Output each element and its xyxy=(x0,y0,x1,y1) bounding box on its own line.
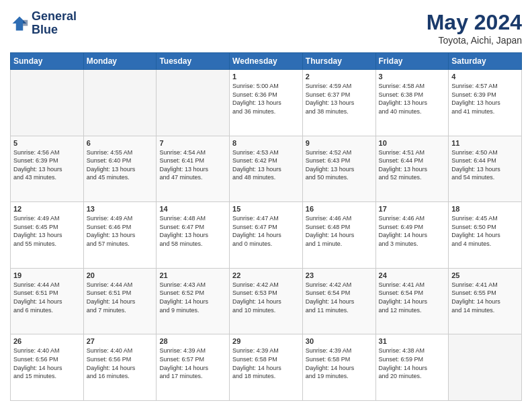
day-number: 4 xyxy=(451,73,519,81)
logo-text: General Blue xyxy=(32,10,77,37)
calendar-cell: 23Sunrise: 4:42 AM Sunset: 6:54 PM Dayli… xyxy=(302,268,375,334)
day-number: 21 xyxy=(159,271,226,279)
calendar-cell: 19Sunrise: 4:44 AM Sunset: 6:51 PM Dayli… xyxy=(11,268,84,334)
day-info: Sunrise: 4:40 AM Sunset: 6:56 PM Dayligh… xyxy=(87,347,154,380)
day-number: 9 xyxy=(306,139,373,147)
column-header-friday: Friday xyxy=(375,53,449,70)
day-number: 14 xyxy=(159,205,226,213)
day-number: 22 xyxy=(232,271,300,279)
calendar-cell: 2Sunrise: 4:59 AM Sunset: 6:37 PM Daylig… xyxy=(302,70,375,136)
day-info: Sunrise: 4:53 AM Sunset: 6:42 PM Dayligh… xyxy=(232,148,300,182)
day-number: 7 xyxy=(159,139,226,147)
svg-marker-1 xyxy=(23,20,28,26)
column-header-thursday: Thursday xyxy=(302,53,375,70)
day-info: Sunrise: 4:48 AM Sunset: 6:47 PM Dayligh… xyxy=(159,214,226,248)
week-row-1: 1Sunrise: 5:00 AM Sunset: 6:36 PM Daylig… xyxy=(11,70,522,136)
day-number: 13 xyxy=(87,205,154,213)
day-number: 5 xyxy=(13,139,81,147)
day-number: 19 xyxy=(13,271,81,279)
calendar-cell: 4Sunrise: 4:57 AM Sunset: 6:39 PM Daylig… xyxy=(449,70,522,136)
day-info: Sunrise: 4:56 AM Sunset: 6:39 PM Dayligh… xyxy=(13,148,81,182)
day-info: Sunrise: 4:57 AM Sunset: 6:39 PM Dayligh… xyxy=(451,82,519,116)
calendar-cell: 8Sunrise: 4:53 AM Sunset: 6:42 PM Daylig… xyxy=(230,136,303,202)
column-header-sunday: Sunday xyxy=(11,53,84,70)
day-number: 23 xyxy=(306,271,373,279)
day-number: 27 xyxy=(87,337,154,345)
day-number: 25 xyxy=(451,271,519,279)
day-number: 17 xyxy=(379,205,446,213)
calendar-cell: 3Sunrise: 4:58 AM Sunset: 6:38 PM Daylig… xyxy=(375,70,449,136)
calendar-cell: 28Sunrise: 4:39 AM Sunset: 6:57 PM Dayli… xyxy=(157,334,230,401)
calendar-cell: 31Sunrise: 4:38 AM Sunset: 6:59 PM Dayli… xyxy=(375,334,449,401)
calendar-cell: 30Sunrise: 4:39 AM Sunset: 6:58 PM Dayli… xyxy=(302,334,375,401)
calendar-cell: 25Sunrise: 4:41 AM Sunset: 6:55 PM Dayli… xyxy=(449,268,522,334)
calendar-cell: 13Sunrise: 4:49 AM Sunset: 6:46 PM Dayli… xyxy=(83,202,157,269)
day-info: Sunrise: 4:46 AM Sunset: 6:48 PM Dayligh… xyxy=(306,214,373,248)
day-number: 10 xyxy=(379,139,446,147)
day-info: Sunrise: 5:00 AM Sunset: 6:36 PM Dayligh… xyxy=(232,82,300,116)
calendar-cell: 26Sunrise: 4:40 AM Sunset: 6:56 PM Dayli… xyxy=(11,334,84,401)
calendar-cell: 15Sunrise: 4:47 AM Sunset: 6:47 PM Dayli… xyxy=(230,202,303,269)
day-info: Sunrise: 4:50 AM Sunset: 6:44 PM Dayligh… xyxy=(451,148,519,182)
day-info: Sunrise: 4:45 AM Sunset: 6:50 PM Dayligh… xyxy=(451,214,519,248)
day-info: Sunrise: 4:42 AM Sunset: 6:54 PM Dayligh… xyxy=(306,281,373,314)
column-header-tuesday: Tuesday xyxy=(157,53,230,70)
day-info: Sunrise: 4:51 AM Sunset: 6:44 PM Dayligh… xyxy=(379,148,446,182)
calendar-cell: 7Sunrise: 4:54 AM Sunset: 6:41 PM Daylig… xyxy=(157,136,230,202)
calendar-cell: 24Sunrise: 4:41 AM Sunset: 6:54 PM Dayli… xyxy=(375,268,449,334)
day-info: Sunrise: 4:40 AM Sunset: 6:56 PM Dayligh… xyxy=(13,347,81,380)
logo-icon xyxy=(10,14,29,33)
calendar-cell: 20Sunrise: 4:44 AM Sunset: 6:51 PM Dayli… xyxy=(83,268,157,334)
header-row: SundayMondayTuesdayWednesdayThursdayFrid… xyxy=(11,53,522,70)
calendar-cell xyxy=(449,334,522,401)
day-info: Sunrise: 4:52 AM Sunset: 6:43 PM Dayligh… xyxy=(306,148,373,182)
logo: General Blue xyxy=(10,10,77,37)
page: General Blue May 2024 Toyota, Aichi, Jap… xyxy=(0,0,532,411)
day-info: Sunrise: 4:49 AM Sunset: 6:46 PM Dayligh… xyxy=(87,214,154,248)
day-number: 2 xyxy=(306,73,373,81)
day-info: Sunrise: 4:46 AM Sunset: 6:49 PM Dayligh… xyxy=(379,214,446,248)
day-number: 16 xyxy=(306,205,373,213)
calendar-cell: 21Sunrise: 4:43 AM Sunset: 6:52 PM Dayli… xyxy=(157,268,230,334)
column-header-wednesday: Wednesday xyxy=(230,53,303,70)
calendar-cell: 27Sunrise: 4:40 AM Sunset: 6:56 PM Dayli… xyxy=(83,334,157,401)
day-info: Sunrise: 4:47 AM Sunset: 6:47 PM Dayligh… xyxy=(232,214,300,248)
day-number: 15 xyxy=(232,205,300,213)
day-number: 6 xyxy=(87,139,154,147)
day-number: 8 xyxy=(232,139,300,147)
day-info: Sunrise: 4:44 AM Sunset: 6:51 PM Dayligh… xyxy=(13,281,81,314)
day-number: 28 xyxy=(159,337,226,345)
day-number: 26 xyxy=(13,337,81,345)
day-number: 31 xyxy=(379,337,446,345)
day-info: Sunrise: 4:49 AM Sunset: 6:45 PM Dayligh… xyxy=(13,214,81,248)
day-info: Sunrise: 4:42 AM Sunset: 6:53 PM Dayligh… xyxy=(232,281,300,314)
calendar-cell: 11Sunrise: 4:50 AM Sunset: 6:44 PM Dayli… xyxy=(449,136,522,202)
calendar-cell: 9Sunrise: 4:52 AM Sunset: 6:43 PM Daylig… xyxy=(302,136,375,202)
week-row-4: 19Sunrise: 4:44 AM Sunset: 6:51 PM Dayli… xyxy=(11,268,522,334)
day-number: 12 xyxy=(13,205,81,213)
week-row-5: 26Sunrise: 4:40 AM Sunset: 6:56 PM Dayli… xyxy=(11,334,522,401)
day-number: 29 xyxy=(232,337,300,345)
day-info: Sunrise: 4:44 AM Sunset: 6:51 PM Dayligh… xyxy=(87,281,154,314)
calendar-cell: 10Sunrise: 4:51 AM Sunset: 6:44 PM Dayli… xyxy=(375,136,449,202)
day-number: 1 xyxy=(232,73,300,81)
calendar-cell xyxy=(83,70,157,136)
calendar-cell: 1Sunrise: 5:00 AM Sunset: 6:36 PM Daylig… xyxy=(230,70,303,136)
day-number: 11 xyxy=(451,139,519,147)
calendar-cell: 16Sunrise: 4:46 AM Sunset: 6:48 PM Dayli… xyxy=(302,202,375,269)
day-info: Sunrise: 4:39 AM Sunset: 6:58 PM Dayligh… xyxy=(306,347,373,380)
day-info: Sunrise: 4:43 AM Sunset: 6:52 PM Dayligh… xyxy=(159,281,226,314)
calendar-cell: 12Sunrise: 4:49 AM Sunset: 6:45 PM Dayli… xyxy=(11,202,84,269)
week-row-2: 5Sunrise: 4:56 AM Sunset: 6:39 PM Daylig… xyxy=(11,136,522,202)
day-info: Sunrise: 4:59 AM Sunset: 6:37 PM Dayligh… xyxy=(306,82,373,116)
calendar-cell xyxy=(11,70,84,136)
calendar-table: SundayMondayTuesdayWednesdayThursdayFrid… xyxy=(10,52,522,401)
day-info: Sunrise: 4:54 AM Sunset: 6:41 PM Dayligh… xyxy=(159,148,226,182)
day-number: 20 xyxy=(87,271,154,279)
calendar-cell: 29Sunrise: 4:39 AM Sunset: 6:58 PM Dayli… xyxy=(230,334,303,401)
header: General Blue May 2024 Toyota, Aichi, Jap… xyxy=(10,10,522,46)
calendar-cell: 5Sunrise: 4:56 AM Sunset: 6:39 PM Daylig… xyxy=(11,136,84,202)
day-info: Sunrise: 4:38 AM Sunset: 6:59 PM Dayligh… xyxy=(379,347,446,380)
calendar-cell xyxy=(157,70,230,136)
day-number: 3 xyxy=(379,73,446,81)
